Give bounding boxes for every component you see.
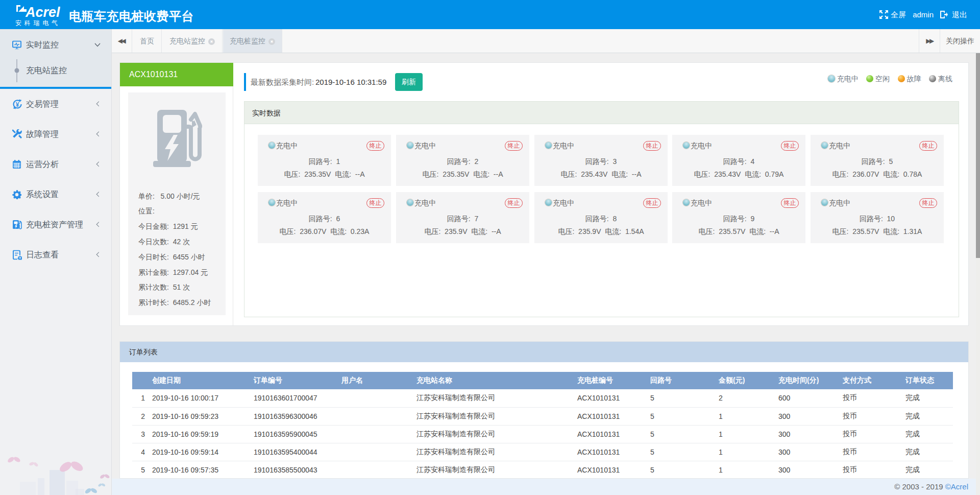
svg-text:¥: ¥ bbox=[16, 101, 19, 108]
svg-text:Acrel: Acrel bbox=[25, 5, 60, 20]
